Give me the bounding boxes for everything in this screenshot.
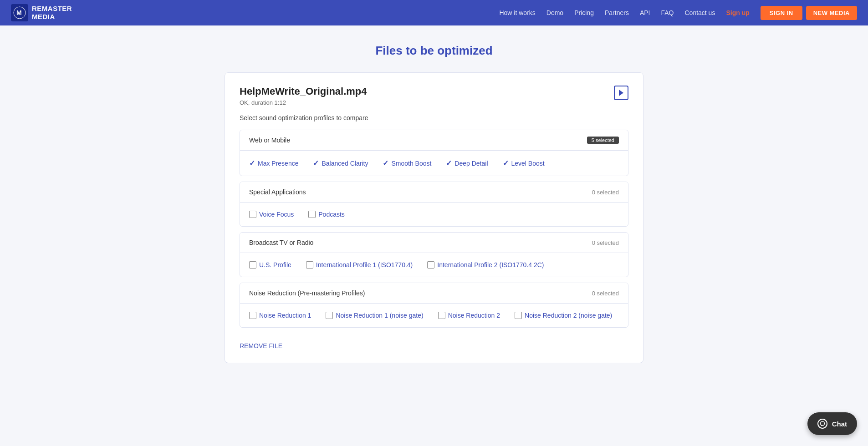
profile-option-label-smooth-boost: Smooth Boost xyxy=(391,160,431,167)
profile-option-label-nr1: Noise Reduction 1 xyxy=(259,312,311,319)
nav-contact-us[interactable]: Contact us xyxy=(684,9,715,16)
svg-text:M: M xyxy=(16,9,22,16)
profile-option-deep-detail[interactable]: ✓Deep Detail xyxy=(446,159,488,167)
profile-group-title-noise-reduction: Noise Reduction (Pre-mastering Profiles) xyxy=(249,289,365,297)
svg-marker-2 xyxy=(619,90,623,96)
profile-option-podcasts[interactable]: Podcasts xyxy=(308,211,345,218)
profile-option-level-boost[interactable]: ✓Level Boost xyxy=(503,159,545,167)
profile-group-header-special-applications: Special Applications0 selected xyxy=(240,182,628,203)
profile-option-balanced-clarity[interactable]: ✓Balanced Clarity xyxy=(313,159,368,167)
profile-group-broadcast-tv-radio: Broadcast TV or Radio0 selectedU.S. Prof… xyxy=(240,232,628,277)
nav-demo[interactable]: Demo xyxy=(546,9,563,16)
file-instruction: Select sound optimization profiles to co… xyxy=(240,114,628,122)
nav-faq[interactable]: FAQ xyxy=(661,9,674,16)
check-icon-balanced-clarity: ✓ xyxy=(313,159,319,167)
file-meta: OK, duration 1:12 xyxy=(240,99,628,106)
main-content: Files to be optimized HelpMeWrite_Origin… xyxy=(215,25,653,381)
logo: M REMASTER MEDIA xyxy=(11,4,72,21)
profile-group-web-or-mobile: Web or Mobile5 selected✓Max Presence✓Bal… xyxy=(240,130,628,176)
profile-group-title-special-applications: Special Applications xyxy=(249,188,306,196)
profile-option-label-level-boost: Level Boost xyxy=(511,160,545,167)
profile-group-title-broadcast-tv-radio: Broadcast TV or Radio xyxy=(249,239,313,246)
profile-group-body-noise-reduction: Noise Reduction 1Noise Reduction 1 (nois… xyxy=(240,304,628,327)
checkbox-intl-profile-2[interactable] xyxy=(427,261,434,269)
checkbox-nr2-gate[interactable] xyxy=(515,312,522,319)
checkbox-voice-focus[interactable] xyxy=(249,211,256,218)
profile-group-special-applications: Special Applications0 selectedVoice Focu… xyxy=(240,182,628,227)
logo-line2: MEDIA xyxy=(32,13,72,21)
logo-icon: M xyxy=(11,4,28,21)
profile-option-us-profile[interactable]: U.S. Profile xyxy=(249,261,291,269)
selected-count-special-applications: 0 selected xyxy=(592,189,619,196)
nav-partners[interactable]: Partners xyxy=(605,9,629,16)
page-title: Files to be optimized xyxy=(225,44,643,58)
file-preview-icon[interactable] xyxy=(614,86,628,100)
profile-option-max-presence[interactable]: ✓Max Presence xyxy=(249,159,298,167)
check-icon-max-presence: ✓ xyxy=(249,159,255,167)
profile-group-body-broadcast-tv-radio: U.S. ProfileInternational Profile 1 (ISO… xyxy=(240,253,628,277)
nav-how-it-works[interactable]: How it works xyxy=(499,9,535,16)
profile-option-nr2[interactable]: Noise Reduction 2 xyxy=(438,312,500,319)
checkbox-nr1[interactable] xyxy=(249,312,256,319)
selected-count-noise-reduction: 0 selected xyxy=(592,290,619,297)
selected-badge-web-or-mobile: 5 selected xyxy=(587,137,619,144)
nav-api[interactable]: API xyxy=(640,9,650,16)
profile-option-label-deep-detail: Deep Detail xyxy=(454,160,488,167)
logo-line1: REMASTER xyxy=(32,5,72,13)
profile-option-label-nr1-gate: Noise Reduction 1 (noise gate) xyxy=(336,312,423,319)
profile-group-title-web-or-mobile: Web or Mobile xyxy=(249,137,290,144)
profile-option-voice-focus[interactable]: Voice Focus xyxy=(249,211,294,218)
profile-group-header-broadcast-tv-radio: Broadcast TV or Radio0 selected xyxy=(240,233,628,253)
checkbox-podcasts[interactable] xyxy=(308,211,316,218)
profile-option-nr2-gate[interactable]: Noise Reduction 2 (noise gate) xyxy=(515,312,612,319)
checkbox-nr1-gate[interactable] xyxy=(326,312,333,319)
checkbox-nr2[interactable] xyxy=(438,312,445,319)
file-card: HelpMeWrite_Original.mp4 OK, duration 1:… xyxy=(225,72,643,363)
check-icon-smooth-boost: ✓ xyxy=(383,159,388,167)
profile-option-label-voice-focus: Voice Focus xyxy=(259,211,294,218)
profile-option-intl-profile-2[interactable]: International Profile 2 (ISO1770.4 2C) xyxy=(427,261,544,269)
sign-in-button[interactable]: SIGN IN xyxy=(761,6,802,20)
profile-option-intl-profile-1[interactable]: International Profile 1 (ISO1770.4) xyxy=(306,261,413,269)
profile-option-nr1[interactable]: Noise Reduction 1 xyxy=(249,312,311,319)
header: M REMASTER MEDIA How it works Demo Prici… xyxy=(0,0,868,25)
main-nav: How it works Demo Pricing Partners API F… xyxy=(499,9,749,16)
profile-group-noise-reduction: Noise Reduction (Pre-mastering Profiles)… xyxy=(240,283,628,328)
profile-option-label-us-profile: U.S. Profile xyxy=(259,261,291,269)
profile-option-smooth-boost[interactable]: ✓Smooth Boost xyxy=(383,159,431,167)
profile-group-header-noise-reduction: Noise Reduction (Pre-mastering Profiles)… xyxy=(240,283,628,304)
profile-option-label-intl-profile-2: International Profile 2 (ISO1770.4 2C) xyxy=(437,261,544,269)
profile-option-nr1-gate[interactable]: Noise Reduction 1 (noise gate) xyxy=(326,312,423,319)
profile-groups: Web or Mobile5 selected✓Max Presence✓Bal… xyxy=(240,130,628,328)
remove-file-link[interactable]: REMOVE FILE xyxy=(240,342,282,350)
profile-option-label-max-presence: Max Presence xyxy=(258,160,298,167)
checkbox-intl-profile-1[interactable] xyxy=(306,261,313,269)
profile-option-label-intl-profile-1: International Profile 1 (ISO1770.4) xyxy=(316,261,413,269)
nav-sign-up[interactable]: Sign up xyxy=(726,9,749,16)
profile-option-label-nr2: Noise Reduction 2 xyxy=(448,312,500,319)
file-name: HelpMeWrite_Original.mp4 xyxy=(240,86,628,97)
nav-pricing[interactable]: Pricing xyxy=(574,9,594,16)
check-icon-deep-detail: ✓ xyxy=(446,159,452,167)
profile-option-label-podcasts: Podcasts xyxy=(318,211,345,218)
profile-group-header-web-or-mobile: Web or Mobile5 selected xyxy=(240,130,628,151)
selected-count-broadcast-tv-radio: 0 selected xyxy=(592,239,619,246)
profile-group-body-special-applications: Voice FocusPodcasts xyxy=(240,203,628,226)
check-icon-level-boost: ✓ xyxy=(503,159,509,167)
new-media-button[interactable]: NEW MEDIA xyxy=(806,6,857,20)
checkbox-us-profile[interactable] xyxy=(249,261,256,269)
profile-group-body-web-or-mobile: ✓Max Presence✓Balanced Clarity✓Smooth Bo… xyxy=(240,151,628,176)
profile-option-label-balanced-clarity: Balanced Clarity xyxy=(322,160,368,167)
profile-option-label-nr2-gate: Noise Reduction 2 (noise gate) xyxy=(525,312,612,319)
